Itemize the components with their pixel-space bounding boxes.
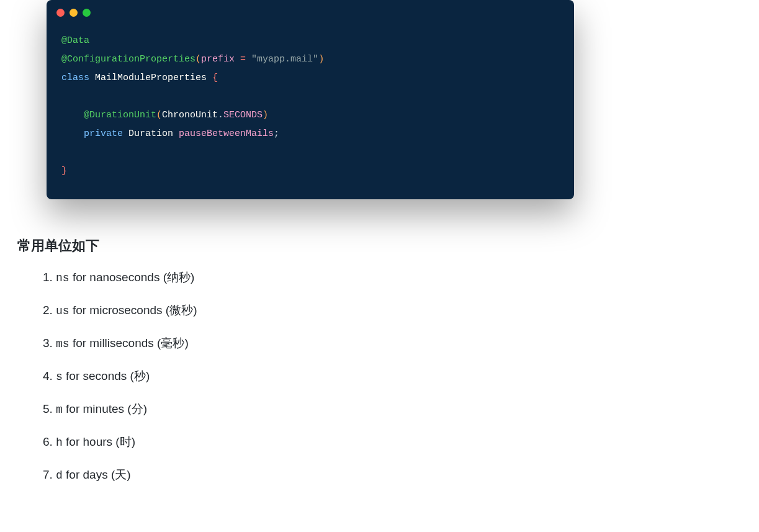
type-token: Duration [128, 128, 179, 139]
list-item-desc: for milliseconds (毫秒) [70, 336, 189, 349]
list-item-desc: for nanoseconds (纳秒) [70, 271, 195, 284]
paren-token: ) [263, 110, 268, 120]
brace-token: { [212, 73, 218, 83]
section-heading: 常用单位如下 [17, 237, 742, 255]
paren-token: ) [318, 54, 324, 65]
dot-token: . [218, 110, 223, 120]
annotation-token: @Data [61, 35, 89, 46]
list-item: ns for nanoseconds (纳秒) [56, 269, 742, 287]
list-item-desc: for seconds (秒) [63, 369, 150, 382]
list-item-desc: for days (天) [63, 468, 131, 481]
code-block: @Data @ConfigurationProperties(prefix = … [47, 20, 574, 199]
article-body: 常用单位如下 ns for nanoseconds (纳秒) us for mi… [0, 218, 759, 512]
code-line [61, 88, 559, 106]
annotation-token: @ConfigurationProperties [61, 54, 195, 65]
annotation-token: @DurationUnit [84, 110, 156, 120]
code-line: @ConfigurationProperties(prefix = "myapp… [61, 50, 559, 69]
code-snippet-section: @Data @ConfigurationProperties(prefix = … [0, 0, 759, 218]
code-line [61, 143, 559, 162]
list-item-desc: for microseconds (微秒) [70, 304, 197, 317]
list-item-desc: for minutes (分) [63, 402, 147, 415]
list-item: d for days (天) [56, 466, 742, 484]
list-item: h for hours (时) [56, 433, 742, 451]
minimize-icon [70, 9, 78, 17]
list-item: m for minutes (分) [56, 400, 742, 418]
code-line: } [61, 162, 559, 181]
inline-code: s [56, 371, 63, 383]
list-item-desc: for hours (时) [63, 435, 135, 448]
maximize-icon [83, 9, 91, 17]
code-line: private Duration pauseBetweenMails; [61, 125, 559, 143]
keyword-token: class [61, 73, 95, 83]
code-window: @Data @ConfigurationProperties(prefix = … [47, 0, 574, 199]
units-list: ns for nanoseconds (纳秒) us for microseco… [17, 269, 742, 484]
identifier-token: pauseBetweenMails [179, 128, 274, 139]
brace-token: } [61, 166, 67, 176]
window-chrome [47, 0, 574, 20]
inline-code: m [56, 404, 63, 416]
inline-code: us [56, 305, 70, 317]
list-item: ms for milliseconds (毫秒) [56, 335, 742, 353]
string-token: "myapp.mail" [251, 54, 318, 65]
inline-code: d [56, 469, 63, 482]
list-item: us for microseconds (微秒) [56, 302, 742, 320]
equals-token: = [235, 54, 251, 65]
code-line: class MailModuleProperties { [61, 69, 559, 88]
close-icon [56, 9, 65, 17]
list-item: s for seconds (秒) [56, 367, 742, 385]
inline-code: ns [56, 272, 70, 284]
paren-token: ( [195, 54, 201, 65]
semicolon-token: ; [274, 128, 279, 139]
code-line: @DurationUnit(ChronoUnit.SECONDS) [61, 106, 559, 125]
keyword-token: private [84, 128, 128, 139]
inline-code: ms [56, 338, 70, 350]
class-token: MailModuleProperties [95, 73, 212, 83]
paren-token: ( [156, 110, 162, 120]
code-line: @Data [61, 32, 559, 50]
identifier-token: SECONDS [223, 110, 263, 120]
inline-code: h [56, 436, 63, 449]
param-token: prefix [201, 54, 235, 65]
type-token: ChronoUnit [162, 110, 218, 120]
